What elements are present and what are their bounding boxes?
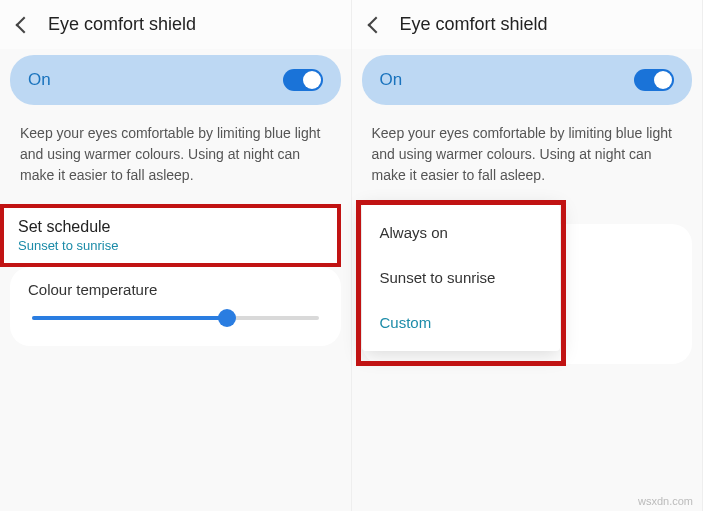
option-sunset-sunrise[interactable]: Sunset to sunrise (362, 255, 560, 300)
header-left: Eye comfort shield (0, 0, 351, 49)
set-schedule-value: Sunset to sunrise (18, 238, 323, 253)
colour-temp-card: Colour temperature (10, 267, 341, 346)
page-title: Eye comfort shield (48, 14, 196, 35)
slider-thumb[interactable] (218, 309, 236, 327)
screenshot-left: Eye comfort shield On Keep your eyes com… (0, 0, 352, 511)
back-icon[interactable] (16, 16, 33, 33)
screenshot-right: Eye comfort shield On Keep your eyes com… (352, 0, 704, 511)
master-toggle-row[interactable]: On (10, 55, 341, 105)
watermark: wsxdn.com (638, 495, 693, 507)
master-toggle-row[interactable]: On (362, 55, 693, 105)
set-schedule-title: Set schedule (18, 218, 323, 236)
colour-temp-slider-wrap (10, 302, 341, 346)
slider-fill (32, 316, 227, 320)
toggle-switch[interactable] (634, 69, 674, 91)
option-always-on[interactable]: Always on (362, 210, 560, 255)
description-text: Keep your eyes comfortable by limiting b… (0, 105, 351, 204)
page-title: Eye comfort shield (400, 14, 548, 35)
colour-temp-label: Colour temperature (10, 267, 341, 302)
toggle-knob (303, 71, 321, 89)
description-text: Keep your eyes comfortable by limiting b… (352, 105, 703, 204)
colour-temp-slider[interactable] (32, 316, 319, 320)
master-toggle-label: On (28, 70, 51, 90)
toggle-switch[interactable] (283, 69, 323, 91)
back-icon[interactable] (367, 16, 384, 33)
schedule-popup: Always on Sunset to sunrise Custom (362, 204, 560, 351)
set-schedule-row[interactable]: Set schedule Sunset to sunrise (0, 204, 341, 267)
schedule-popup-area: Always on Sunset to sunrise Custom (362, 204, 693, 351)
header-right: Eye comfort shield (352, 0, 703, 49)
option-custom[interactable]: Custom (362, 300, 560, 345)
toggle-knob (654, 71, 672, 89)
master-toggle-label: On (380, 70, 403, 90)
